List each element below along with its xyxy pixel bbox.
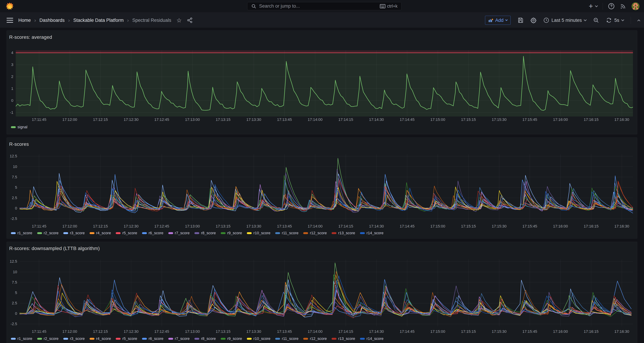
- legend-item-r2_score[interactable]: r2_score: [37, 336, 59, 341]
- legend-item-r2_score[interactable]: r2_score: [37, 231, 59, 235]
- news-button[interactable]: [620, 3, 626, 10]
- legend-item-r6_score[interactable]: r6_score: [142, 336, 164, 341]
- y-axis-tick: -2.5: [7, 216, 17, 221]
- legend-item-r12_score[interactable]: r12_score: [303, 336, 327, 341]
- x-axis-tick: 17:12:45: [148, 224, 176, 229]
- refresh-icon: [606, 17, 612, 23]
- favorite-button[interactable]: ☆: [176, 17, 182, 24]
- menu-toggle-icon[interactable]: [6, 18, 13, 23]
- x-axis-tick: 17:12:45: [148, 117, 176, 122]
- legend-item-r9_score[interactable]: r9_score: [221, 336, 242, 341]
- legend-swatch: [63, 232, 68, 234]
- legend-label: r7_score: [175, 231, 190, 235]
- x-axis-tick: 17:16:15: [577, 329, 605, 334]
- panel-title[interactable]: R-scores: averaged: [9, 35, 52, 40]
- grafana-logo[interactable]: [6, 3, 14, 10]
- x-axis-tick: 17:12:15: [87, 329, 114, 334]
- legend-item-r3_score[interactable]: r3_score: [63, 231, 85, 235]
- share-button[interactable]: [187, 17, 193, 23]
- refresh-controls[interactable]: 5s: [606, 17, 624, 23]
- zoom-out-button[interactable]: [593, 17, 599, 23]
- legend-label: r10_score: [254, 231, 270, 235]
- plus-icon: +: [589, 3, 593, 10]
- add-label: Add: [495, 18, 504, 23]
- help-icon: [608, 3, 614, 10]
- legend-item-r4_score[interactable]: r4_score: [90, 231, 111, 235]
- chart-plot-area[interactable]: [20, 259, 633, 326]
- new-button[interactable]: +: [589, 3, 598, 10]
- breadcrumb-folder[interactable]: Stackable Data Platform: [73, 18, 124, 23]
- x-axis-tick: 17:16:00: [546, 224, 574, 229]
- y-axis-tick: 12.5: [7, 154, 17, 158]
- chart-plot-area[interactable]: [16, 50, 633, 117]
- y-axis-tick: 5: [7, 185, 17, 190]
- legend-item-r7_score[interactable]: r7_score: [168, 231, 190, 235]
- legend-label: r8_score: [201, 231, 216, 235]
- search-input[interactable]: Search or jump to... ctrl+k: [247, 2, 402, 10]
- legend-item-r14_score[interactable]: r14_score: [360, 231, 384, 235]
- legend-item-r11_score[interactable]: r11_score: [275, 231, 298, 235]
- legend-swatch: [168, 232, 173, 234]
- breadcrumb: Home › Dashboards › Stackable Data Platf…: [18, 17, 171, 23]
- x-axis-tick: 17:11:45: [25, 329, 53, 334]
- legend: signal: [11, 125, 27, 129]
- legend-item-r4_score[interactable]: r4_score: [90, 336, 111, 341]
- breadcrumb-home[interactable]: Home: [18, 18, 31, 23]
- star-icon: ☆: [176, 17, 182, 24]
- breadcrumb-dashboards[interactable]: Dashboards: [40, 18, 65, 23]
- x-axis-tick: 17:13:30: [240, 117, 268, 122]
- panel-rscores-downsampled: R-scores: downsampled (LTTB algorithm) 1…: [6, 242, 637, 343]
- x-axis-tick: 17:15:15: [454, 117, 482, 122]
- legend-item-r5_score[interactable]: r5_score: [116, 231, 137, 235]
- legend-swatch: [116, 232, 120, 234]
- legend-item-r12_score[interactable]: r12_score: [303, 231, 327, 235]
- y-axis-tick: 2.5: [7, 301, 17, 305]
- legend-item-r3_score[interactable]: r3_score: [63, 336, 85, 341]
- legend-swatch: [332, 232, 336, 234]
- legend-item-r6_score[interactable]: r6_score: [142, 231, 164, 235]
- legend-item-r13_score[interactable]: r13_score: [332, 231, 355, 235]
- legend-item-r13_score[interactable]: r13_score: [332, 336, 355, 341]
- x-axis-tick: 17:15:00: [424, 224, 452, 229]
- time-range-label: Last 5 minutes: [552, 18, 582, 23]
- breadcrumb-current: Spectral Residuals: [132, 18, 171, 23]
- legend-swatch: [247, 338, 252, 340]
- collapse-toolbar-button[interactable]: [638, 19, 640, 22]
- legend-swatch: [194, 338, 199, 340]
- x-axis-tick: 17:16:00: [546, 329, 574, 334]
- legend-label: signal: [18, 125, 27, 129]
- legend-label: r6_score: [148, 231, 164, 235]
- legend-item-r10_score[interactable]: r10_score: [247, 336, 270, 341]
- legend-label: r11_score: [282, 336, 298, 341]
- time-range-picker[interactable]: Last 5 minutes: [544, 18, 586, 23]
- x-axis-tick: 17:14:15: [332, 117, 360, 122]
- legend-label: r5_score: [122, 336, 137, 341]
- chart-plot-area[interactable]: [20, 154, 633, 221]
- refresh-interval-label: 5s: [614, 18, 619, 23]
- legend-item-r9_score[interactable]: r9_score: [221, 231, 242, 235]
- legend-label: r3_score: [70, 336, 85, 341]
- x-axis-tick: 17:11:45: [25, 117, 53, 122]
- legend-item-r11_score[interactable]: r11_score: [275, 336, 298, 341]
- save-button[interactable]: [518, 17, 524, 23]
- settings-button[interactable]: [530, 17, 536, 23]
- user-avatar[interactable]: [632, 2, 640, 10]
- y-axis-tick: 4: [7, 51, 13, 55]
- legend-swatch: [360, 338, 365, 340]
- panel-title[interactable]: R-scores: [9, 141, 29, 147]
- help-button[interactable]: [608, 3, 614, 10]
- legend-item-signal[interactable]: signal: [11, 125, 27, 129]
- panel-title[interactable]: R-scores: downsampled (LTTB algorithm): [9, 246, 100, 251]
- legend-item-r10_score[interactable]: r10_score: [247, 231, 270, 235]
- legend-swatch: [303, 232, 308, 234]
- legend-item-r1_score[interactable]: r1_score: [11, 231, 32, 235]
- y-axis-tick: 0: [7, 98, 13, 103]
- legend-item-r8_score[interactable]: r8_score: [194, 231, 216, 235]
- legend-item-r8_score[interactable]: r8_score: [194, 336, 216, 341]
- add-button[interactable]: Add: [485, 16, 511, 25]
- legend-item-r1_score[interactable]: r1_score: [11, 336, 32, 341]
- legend-item-r5_score[interactable]: r5_score: [116, 336, 137, 341]
- keyboard-icon: [380, 4, 386, 9]
- legend-item-r7_score[interactable]: r7_score: [168, 336, 190, 341]
- legend-item-r14_score[interactable]: r14_score: [360, 336, 384, 341]
